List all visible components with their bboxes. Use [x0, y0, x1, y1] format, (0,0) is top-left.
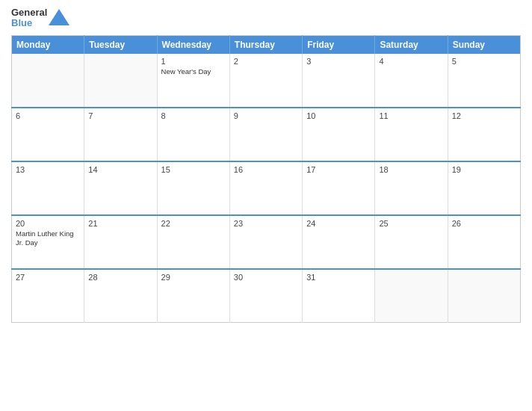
day-number: 3: [306, 57, 371, 66]
calendar-cell: 19: [448, 161, 520, 215]
day-number: 11: [379, 111, 443, 120]
day-number: 2: [234, 57, 298, 66]
day-number: 18: [379, 165, 443, 174]
calendar-cell: 9: [229, 108, 302, 161]
weekday-header-thursday: Thursday: [229, 35, 302, 54]
calendar-cell: [12, 54, 84, 108]
calendar-cell: 3: [303, 54, 375, 108]
svg-marker-0: [49, 9, 69, 25]
day-number: 14: [88, 165, 152, 174]
calendar-week-row: 1New Year's Day2345: [12, 54, 521, 108]
day-number: 24: [306, 219, 371, 228]
day-number: 8: [161, 111, 226, 120]
calendar-cell: 17: [303, 161, 375, 215]
calendar-header-row: MondayTuesdayWednesdayThursdayFridaySatu…: [12, 35, 521, 54]
day-number: 13: [16, 165, 80, 174]
calendar-page: General Blue MondayTuesdayWednesdayThurs…: [0, 0, 532, 411]
calendar-cell: 4: [375, 54, 448, 108]
weekday-header-saturday: Saturday: [375, 35, 448, 54]
weekday-header-sunday: Sunday: [448, 35, 520, 54]
calendar-week-row: 2728293031: [12, 269, 521, 323]
day-number: 22: [161, 219, 226, 228]
calendar-cell: [375, 269, 448, 323]
calendar-table: MondayTuesdayWednesdayThursdayFridaySatu…: [11, 35, 521, 324]
day-number: 12: [452, 111, 516, 120]
calendar-cell: 7: [84, 108, 157, 161]
calendar-cell: [84, 54, 157, 108]
calendar-cell: [448, 269, 520, 323]
day-number: 27: [16, 273, 80, 282]
calendar-week-row: 20Martin Luther King Jr. Day212223242526: [12, 215, 521, 269]
weekday-header-wednesday: Wednesday: [157, 35, 229, 54]
day-number: 1: [161, 57, 226, 66]
day-number: 30: [234, 273, 298, 282]
calendar-cell: 10: [303, 108, 375, 161]
day-number: 21: [88, 219, 152, 228]
day-number: 28: [88, 273, 152, 282]
calendar-cell: 8: [157, 108, 229, 161]
calendar-cell: 18: [375, 161, 448, 215]
logo-general: General: [11, 7, 47, 18]
day-number: 29: [161, 273, 226, 282]
calendar-cell: 23: [229, 215, 302, 269]
day-number: 10: [306, 111, 371, 120]
calendar-cell: 28: [84, 269, 157, 323]
day-number: 26: [452, 219, 516, 228]
day-number: 17: [306, 165, 371, 174]
day-number: 4: [379, 57, 443, 66]
calendar-cell: 1New Year's Day: [157, 54, 229, 108]
day-number: 6: [16, 111, 80, 120]
calendar-cell: 22: [157, 215, 229, 269]
day-number: 15: [161, 165, 226, 174]
weekday-header-friday: Friday: [303, 35, 375, 54]
calendar-body: 1New Year's Day2345678910111213141516171…: [12, 54, 521, 323]
calendar-cell: 2: [229, 54, 302, 108]
holiday-name: Martin Luther King Jr. Day: [16, 229, 80, 248]
calendar-week-row: 6789101112: [12, 108, 521, 161]
day-number: 19: [452, 165, 516, 174]
calendar-cell: 13: [12, 161, 84, 215]
day-number: 9: [234, 111, 298, 120]
logo-icon: [49, 9, 69, 25]
day-number: 16: [234, 165, 298, 174]
weekday-header-row: MondayTuesdayWednesdayThursdayFridaySatu…: [12, 35, 521, 54]
calendar-cell: 16: [229, 161, 302, 215]
logo-blue: Blue: [11, 17, 32, 28]
calendar-cell: 6: [12, 108, 84, 161]
day-number: 31: [306, 273, 371, 282]
day-number: 7: [88, 111, 152, 120]
calendar-cell: 11: [375, 108, 448, 161]
weekday-header-monday: Monday: [12, 35, 84, 54]
day-number: 23: [234, 219, 298, 228]
calendar-cell: 27: [12, 269, 84, 323]
calendar-cell: 26: [448, 215, 520, 269]
calendar-cell: 30: [229, 269, 302, 323]
day-number: 20: [16, 219, 80, 228]
calendar-cell: 24: [303, 215, 375, 269]
day-number: 25: [379, 219, 443, 228]
holiday-name: New Year's Day: [161, 67, 226, 76]
calendar-header: General Blue: [11, 7, 521, 29]
calendar-cell: 12: [448, 108, 520, 161]
logo-blue-text: Blue: [11, 18, 47, 28]
logo-text: General: [11, 7, 47, 18]
calendar-cell: 5: [448, 54, 520, 108]
calendar-cell: 29: [157, 269, 229, 323]
calendar-cell: 20Martin Luther King Jr. Day: [12, 215, 84, 269]
calendar-cell: 25: [375, 215, 448, 269]
calendar-cell: 21: [84, 215, 157, 269]
calendar-week-row: 13141516171819: [12, 161, 521, 215]
weekday-header-tuesday: Tuesday: [84, 35, 157, 54]
calendar-cell: 31: [303, 269, 375, 323]
day-number: 5: [452, 57, 516, 66]
calendar-cell: 14: [84, 161, 157, 215]
calendar-cell: 15: [157, 161, 229, 215]
logo: General Blue: [11, 7, 69, 29]
